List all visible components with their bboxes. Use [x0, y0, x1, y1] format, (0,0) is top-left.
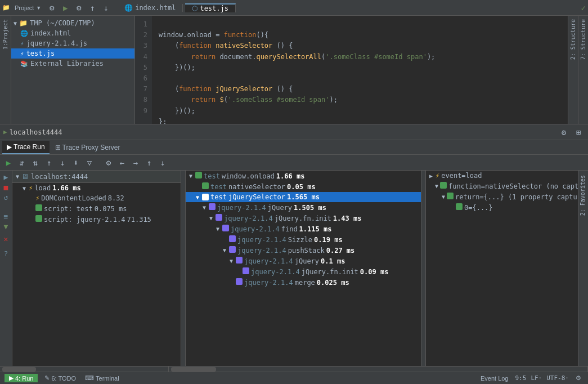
trace-domcontentloaded[interactable]: ⚡ DOMContentLoaded 8.32 — [12, 193, 181, 203]
settings-icon[interactable]: ⚙ — [46, 2, 58, 14]
expand-icon: ▼ — [195, 194, 200, 200]
trace2-jquery2[interactable]: ▼ jquery-2.1.4 jQuery 0.1 ms — [186, 256, 421, 266]
trace2-sizzle[interactable]: jquery-2.1.4 Sizzle 0.19 ms — [186, 234, 421, 245]
tree-item-test-js[interactable]: ⚡ test.js — [11, 48, 134, 59]
trace-proxy-tab[interactable]: ⊞ Trace Proxy Server — [51, 141, 125, 154]
expand-icon: ▼ — [215, 226, 221, 232]
nav-down-icon[interactable]: ↓ — [156, 157, 169, 169]
panel1-header: localhost:4444 — [31, 173, 88, 181]
export-icon[interactable]: ⬇ — [70, 157, 82, 169]
file-tree: ▼ 📁 TMP (~/CODE/TMP) 🌐 index.html ⚡ jque… — [11, 16, 134, 124]
trace2-native-selector[interactable]: test nativeSelector 0.05 ms — [186, 181, 421, 192]
down-icon[interactable]: ↓ — [56, 157, 69, 169]
reload-icon[interactable]: ↺ — [4, 193, 8, 202]
trace2-jquery[interactable]: ▼ jquery-2.1.4 jQuery 1.505 ms — [186, 202, 421, 213]
trace-run-icon: ▶ — [7, 143, 12, 151]
trace-label: jQuery — [268, 204, 292, 212]
close-icon[interactable]: ✕ — [4, 235, 8, 243]
settings-icon3[interactable]: ⚙ — [102, 157, 115, 169]
trace2-jquery-selector[interactable]: ▼ test jQuerySelector 1.565 ms — [186, 192, 421, 202]
nav-left-icon[interactable]: ← — [116, 157, 128, 169]
download-icon[interactable]: ↓ — [100, 2, 112, 14]
up-icon[interactable]: ↑ — [43, 157, 55, 169]
run-icon-side[interactable]: ▶ — [4, 173, 8, 181]
event-log-btn[interactable]: Event Log — [478, 375, 511, 382]
trace2-pushstack[interactable]: ▼ jquery-2.1.4 pushStack 0.27 ms — [186, 245, 421, 256]
favorites-label[interactable]: 7: Structure — [580, 17, 587, 62]
indent-btn[interactable]: ⚙ — [573, 374, 583, 382]
collapse-all-icon[interactable]: ⇅ — [29, 157, 42, 169]
trace-area: ▶ ■ ↺ ≡ ▼ ✕ ? ▼ 🖥 localhost:4444 ▼ — [0, 171, 588, 366]
trace-script-jquery[interactable]: script: jquery-2.1.4 71.315 — [12, 214, 181, 225]
tab-test-js[interactable]: ⬡ test.js — [185, 3, 236, 12]
run-side-icon1[interactable]: ▶ — [2, 157, 15, 169]
structure-label[interactable]: 2: Structure — [569, 17, 577, 62]
code-content[interactable]: window.onload = function(){ (function na… — [152, 16, 568, 124]
editor-area: 123456789 window.onload = function(){ (f… — [135, 16, 568, 124]
event-log-label: Event Log — [481, 375, 509, 382]
tab-index-html[interactable]: 🌐 index.html — [118, 4, 183, 12]
nav-right-icon[interactable]: → — [129, 157, 142, 169]
trace-panel-1: ▼ 🖥 localhost:4444 ▼ ⚡ load 1.66 ms ⚡ DO… — [12, 171, 181, 366]
bottom-panel: ▶ localhost4444 ⚙ ⊞ ▶ Trace Run ⊞ Trace … — [0, 124, 588, 372]
green-sq-icon — [456, 203, 463, 212]
green-square-icon2 — [35, 215, 42, 224]
run-status-btn[interactable]: ▶ 4: Run — [5, 374, 38, 382]
tree-item-index-html[interactable]: 🌐 index.html — [11, 28, 134, 38]
trace2-find[interactable]: ▼ jquery-2.1.4 find 1.115 ms — [186, 224, 421, 234]
tree-item-ext-libs[interactable]: 📚 External Libraries — [11, 59, 134, 69]
tree-root[interactable]: ▼ 📁 TMP (~/CODE/TMP) — [11, 18, 134, 28]
trace-time: 71.315 — [127, 216, 151, 224]
green-sq-icon — [440, 182, 447, 190]
expand-icon: ▼ — [228, 258, 234, 264]
trace-source: jquery-2.1.4 — [217, 204, 266, 212]
trace-script-test[interactable]: script: test 0.075 ms — [12, 203, 181, 214]
trace2-jquery-fn-init2[interactable]: jquery-2.1.4 jQuery.fn.init 0.09 ms — [186, 266, 421, 277]
settings-icon2[interactable]: ⚙ — [558, 126, 570, 139]
trace3-return[interactable]: ▼ return={...} (1 property captured — [426, 191, 578, 202]
trace-label: script: jquery-2.1.4 — [44, 216, 125, 224]
trace-source: test — [210, 183, 227, 191]
trace-label: script: test — [44, 205, 93, 213]
trace-label: merge — [295, 279, 315, 287]
filter-icon2[interactable]: ▼ — [4, 222, 8, 231]
help-icon[interactable]: ? — [4, 249, 8, 258]
trace3-event-load[interactable]: ▶ ⚡ event=load — [426, 171, 578, 181]
trace2-merge[interactable]: jquery-2.1.4 merge 0.025 ms — [186, 277, 421, 288]
trace2-window-onload[interactable]: ▼ test window.onload 1.66 ms — [186, 171, 421, 181]
trace-label: jQuery — [295, 257, 319, 265]
toolbar-config-icon[interactable]: ⚙ — [73, 2, 85, 14]
purple-sq-icon — [236, 278, 243, 287]
trace3-function-native[interactable]: ▼ function=nativeSelector (no captur — [426, 181, 578, 191]
stop-icon[interactable]: ■ — [4, 183, 8, 191]
pin-icon[interactable]: ⊞ — [572, 126, 585, 139]
expand-icon: ▼ — [222, 247, 227, 253]
js-icon: ⚡ — [20, 50, 24, 57]
trace3-zero[interactable]: 0={...} — [426, 202, 578, 213]
project-icon: 📁 — [2, 4, 10, 11]
trace-run-tab[interactable]: ▶ Trace Run — [2, 141, 50, 154]
project-panel-label[interactable]: 1:Project — [1, 16, 10, 53]
expand-all-icon[interactable]: ⇵ — [16, 157, 28, 169]
favorites-side-label[interactable]: 2: Favorites — [578, 171, 588, 220]
trace-load[interactable]: ▼ ⚡ load 1.66 ms — [12, 183, 181, 193]
success-checkmark-icon: ✓ — [581, 3, 586, 12]
position-label: 9:5 — [515, 374, 527, 382]
debug-icon[interactable]: ≡ — [4, 212, 8, 221]
trace-label: window.onload — [222, 172, 275, 180]
expand-icon: ▶ — [428, 173, 434, 179]
expand-root-icon[interactable]: ▼ — [16, 173, 19, 180]
trace2-jquery-fn-init[interactable]: ▼ jquery-2.1.4 jQuery.fn.init 1.43 ms — [186, 213, 421, 224]
line-numbers: 123456789 — [135, 16, 152, 124]
trace-label: jQuery.fn.init — [302, 268, 358, 276]
trace-label: pushStack — [288, 247, 325, 254]
nav-up-icon[interactable]: ↑ — [143, 157, 155, 169]
todo-btn[interactable]: ✎ 6: TODO — [42, 374, 78, 382]
trace-source: jquery-2.1.4 — [224, 215, 273, 222]
terminal-btn[interactable]: ⌨ Terminal — [83, 374, 122, 382]
upload-icon[interactable]: ↑ — [86, 2, 98, 14]
run-icon[interactable]: ▶ — [59, 2, 71, 14]
tree-item-jquery[interactable]: ⚡ jquery-2.1.4.js — [11, 38, 134, 48]
project-tab[interactable]: Project ▼ — [11, 2, 44, 14]
filter-icon[interactable]: ▽ — [83, 157, 96, 169]
